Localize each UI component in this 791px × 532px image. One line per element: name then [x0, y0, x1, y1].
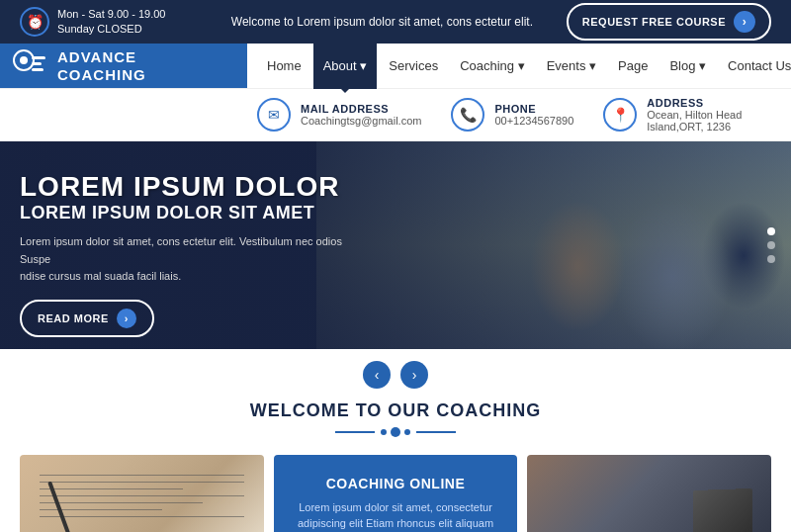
- phone-info: 📞 PHONE 00+1234567890: [451, 98, 573, 132]
- address-label: ADDRESS: [647, 97, 771, 109]
- cards-section: COACHING ONLINE Lorem ipsum dolor sit am…: [0, 455, 791, 532]
- phone-icon: 📞: [451, 98, 484, 132]
- hours-sunday: Sunday CLOSED: [57, 22, 165, 37]
- welcome-title: WELCOME TO OUR COACHING: [0, 400, 791, 421]
- request-free-course-button[interactable]: REQUEST FREE COURSE ›: [567, 3, 771, 41]
- nav-item-blog[interactable]: Blog ▾: [659, 44, 716, 89]
- nav-item-page[interactable]: Page: [608, 44, 658, 89]
- address-value: Ocean, Hilton Head Island,ORT, 1236: [647, 109, 771, 133]
- nav-item-coaching[interactable]: Coaching ▾: [450, 44, 535, 89]
- info-bar: ✉ MAIL ADDRESS Coachingtsg@gmail.com 📞 P…: [0, 89, 791, 141]
- hero-description: Lorem ipsum dolor sit amet, cons ectetur…: [20, 233, 356, 286]
- card-right-image: [527, 455, 771, 532]
- hours-weekday: Mon - Sat 9.00 - 19.00: [57, 7, 165, 22]
- card-blue-content: COACHING ONLINE Lorem ipsum dolor sit am…: [274, 455, 518, 532]
- hero-dot-1[interactable]: [767, 227, 775, 235]
- mail-label: MAIL ADDRESS: [301, 103, 421, 115]
- clock-icon: ⏰: [20, 7, 49, 37]
- logo: ADVANCE COACHING: [0, 44, 247, 88]
- svg-rect-3: [32, 62, 42, 65]
- carousel-controls: ‹ ›: [0, 349, 791, 397]
- sketch-decoration: [20, 455, 264, 532]
- nav-item-events[interactable]: Events ▾: [537, 44, 606, 89]
- welcome-text: Welcome to Lorem ipsum dolor sit amet, c…: [218, 15, 547, 29]
- card-right: [527, 455, 771, 532]
- svg-rect-2: [32, 56, 45, 59]
- logo-text: ADVANCE COACHING: [57, 48, 146, 84]
- welcome-divider: [0, 427, 791, 437]
- nav-item-contact[interactable]: Contact Us: [718, 44, 791, 89]
- divider-dot-3: [404, 429, 410, 435]
- hero-title-sub: LOREM IPSUM DOLOR SIT AMET: [20, 203, 356, 223]
- card-left-image: [20, 455, 264, 532]
- read-more-label: READ MORE: [38, 312, 109, 324]
- carousel-prev-button[interactable]: ‹: [363, 361, 391, 389]
- svg-rect-4: [32, 68, 44, 71]
- divider-dot-1: [381, 429, 387, 435]
- address-icon: 📍: [603, 98, 637, 132]
- hero-content: LOREM IPSUM DOLOR LOREM IPSUM DOLOR SIT …: [20, 171, 356, 337]
- hero-indicators: [767, 227, 775, 263]
- card-left: [20, 455, 264, 532]
- navbar: ADVANCE COACHING Home About ▾ Services C…: [0, 44, 791, 89]
- mail-value: Coachingtsg@gmail.com: [301, 115, 421, 127]
- card-center-description: Lorem ipsum dolor sit amet, consectetur …: [290, 499, 502, 532]
- divider-dots: [381, 427, 410, 437]
- mail-icon: ✉: [257, 98, 291, 132]
- carousel-next-button[interactable]: ›: [400, 361, 428, 389]
- request-btn-label: REQUEST FREE COURSE: [582, 16, 726, 28]
- hero-section: LOREM IPSUM DOLOR LOREM IPSUM DOLOR SIT …: [0, 141, 791, 349]
- nav-links: Home About ▾ Services Coaching ▾ Events …: [247, 44, 791, 88]
- hero-title-main: LOREM IPSUM DOLOR: [20, 171, 356, 203]
- hero-dot-3[interactable]: [767, 255, 775, 263]
- nav-item-about[interactable]: About ▾: [313, 44, 378, 89]
- card-center: COACHING ONLINE Lorem ipsum dolor sit am…: [274, 455, 518, 532]
- arrow-icon: ›: [734, 11, 755, 33]
- divider-dot-2: [391, 427, 400, 437]
- hero-dot-2[interactable]: [767, 241, 775, 249]
- read-more-button[interactable]: READ MORE ›: [20, 300, 154, 337]
- arrow-icon: ›: [117, 309, 136, 328]
- phone-value: 00+1234567890: [494, 115, 573, 127]
- welcome-section: WELCOME TO OUR COACHING: [0, 397, 791, 455]
- address-info: 📍 ADDRESS Ocean, Hilton Head Island,ORT,…: [603, 97, 771, 133]
- card-center-title: COACHING ONLINE: [290, 476, 502, 491]
- divider-line-right: [416, 431, 456, 433]
- divider-line-left: [335, 431, 375, 433]
- phone-label: PHONE: [494, 103, 573, 115]
- business-hours: ⏰ Mon - Sat 9.00 - 19.00 Sunday CLOSED: [20, 7, 198, 38]
- book-decoration: [693, 488, 752, 532]
- mail-info: ✉ MAIL ADDRESS Coachingtsg@gmail.com: [257, 98, 421, 132]
- nav-item-home[interactable]: Home: [257, 44, 311, 89]
- top-bar: ⏰ Mon - Sat 9.00 - 19.00 Sunday CLOSED W…: [0, 0, 791, 44]
- nav-item-services[interactable]: Services: [379, 44, 448, 89]
- logo-icon: [12, 48, 47, 84]
- svg-point-1: [20, 56, 28, 64]
